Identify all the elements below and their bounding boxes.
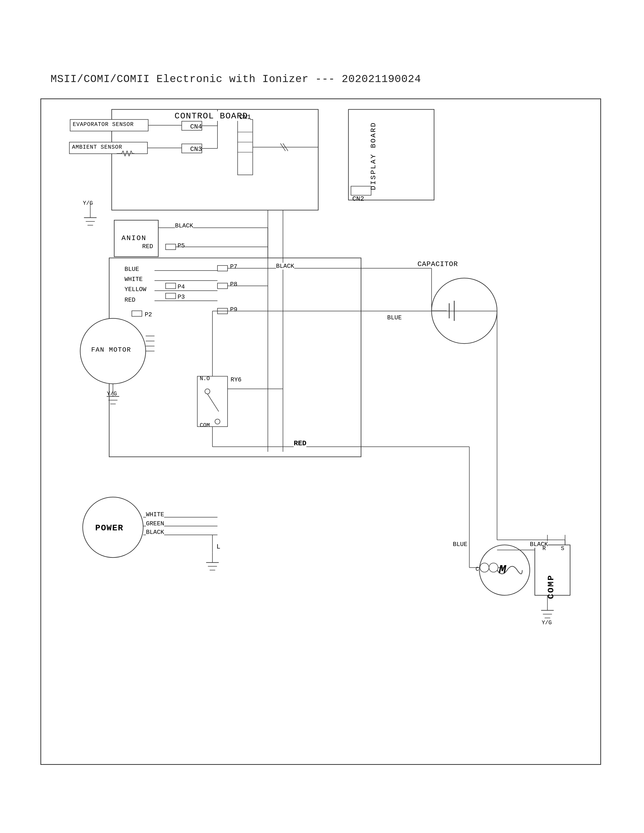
- svg-line-19: [280, 143, 285, 151]
- svg-point-49: [205, 389, 210, 394]
- p4-label: P4: [177, 283, 185, 290]
- page-title: MSII/COMI/COMII Electronic with Ionizer …: [50, 73, 421, 85]
- yellow-wire-label: YELLOW: [124, 286, 146, 293]
- red-wire-label-1: RED: [142, 243, 153, 250]
- blue-wire-label-1: BLUE: [124, 266, 139, 273]
- relay-no-label: N.O: [200, 376, 210, 382]
- s-terminal-label: S: [561, 545, 564, 552]
- p7-label: P7: [230, 263, 237, 270]
- motor-label: M: [499, 563, 506, 577]
- black-wire-label-1: BLACK: [175, 222, 193, 229]
- ambient-sensor-label: AMBIENT SENSOR: [72, 144, 122, 150]
- c-terminal-label: C: [475, 566, 479, 572]
- relay-ry6-label: RY6: [230, 376, 242, 383]
- diagram-container: CONTROL BOARD EVAPORATOR SENSOR AMBIENT …: [40, 98, 601, 765]
- p2-label: P2: [145, 311, 152, 318]
- black-wire-power: BLACK: [146, 529, 164, 536]
- svg-rect-13: [238, 119, 253, 175]
- svg-point-50: [215, 419, 220, 424]
- svg-line-51: [207, 394, 219, 412]
- yg-label-fan: Y/G: [107, 391, 117, 397]
- svg-rect-48: [197, 376, 227, 426]
- svg-rect-40: [217, 283, 227, 289]
- display-board-label: DISPLAY BOARD: [369, 119, 377, 190]
- relay-com-label: COM: [200, 422, 210, 429]
- p9-label: P9: [230, 306, 237, 313]
- comp-label: COMP: [546, 553, 556, 599]
- svg-rect-1: [349, 109, 434, 200]
- evaporator-sensor-label: EVAPORATOR SENSOR: [73, 121, 134, 128]
- yg-label-comp: Y/G: [542, 620, 552, 626]
- l-terminal-label: L: [216, 543, 221, 550]
- blue-wire-label-2: BLUE: [387, 314, 402, 321]
- control-board-label: CONTROL BOARD: [172, 111, 250, 121]
- blue-wire-comp-left: BLUE: [453, 541, 467, 548]
- cn1-label: CN1: [239, 113, 251, 121]
- svg-rect-26: [109, 258, 361, 457]
- cn2-label: CN2: [352, 195, 364, 203]
- svg-rect-0: [112, 109, 318, 210]
- capacitor-label: CAPACITOR: [417, 260, 458, 268]
- svg-rect-33: [132, 311, 142, 316]
- power-label: POWER: [95, 523, 124, 533]
- svg-rect-41: [217, 308, 227, 314]
- svg-rect-39: [217, 265, 227, 271]
- svg-line-20: [283, 143, 288, 151]
- yg-label-anion: Y/G: [83, 200, 93, 206]
- svg-rect-24: [166, 244, 176, 250]
- white-wire-power: WHITE: [146, 511, 164, 518]
- p3-label: P3: [177, 294, 185, 301]
- fan-motor-label: FAN MOTOR: [91, 345, 131, 354]
- cn4-label: CN4: [190, 123, 202, 130]
- anion-label: ANION: [121, 234, 147, 242]
- p5-label: P5: [177, 242, 185, 249]
- green-wire-label: GREEN: [146, 520, 164, 527]
- svg-rect-31: [166, 293, 176, 299]
- r-terminal-label: R: [543, 545, 546, 552]
- p8-label: P8: [230, 281, 237, 288]
- cn3-label: CN3: [190, 145, 202, 153]
- svg-point-80: [489, 563, 498, 572]
- svg-rect-29: [166, 283, 176, 289]
- black-wire-label-2: BLACK: [276, 263, 294, 270]
- svg-point-45: [431, 278, 497, 344]
- white-wire-label-1: WHITE: [124, 276, 143, 283]
- svg-point-79: [480, 563, 489, 572]
- red-wire-label-2: RED: [124, 297, 135, 304]
- svg-rect-21: [351, 186, 371, 195]
- red-wire-comp: RED: [294, 439, 306, 447]
